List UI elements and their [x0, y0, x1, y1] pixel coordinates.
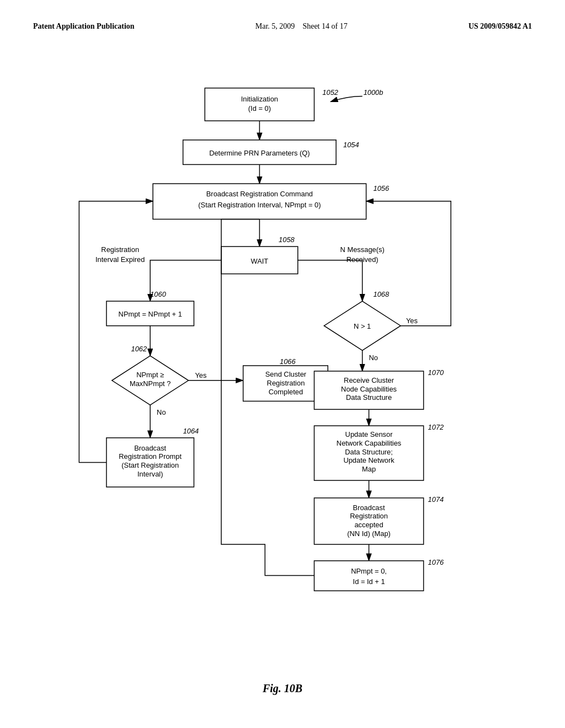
svg-text:1064: 1064 [183, 427, 199, 435]
svg-text:accepted: accepted [354, 521, 383, 529]
header-date: Mar. 5, 2009 Sheet 14 of 17 [255, 22, 348, 31]
svg-text:Update Sensor: Update Sensor [345, 430, 393, 438]
svg-text:WAIT: WAIT [251, 257, 269, 265]
svg-text:No: No [369, 354, 378, 362]
svg-text:Broadcast: Broadcast [353, 504, 385, 512]
svg-text:Initialization: Initialization [241, 95, 278, 103]
svg-text:1000b: 1000b [364, 88, 383, 97]
svg-text:(Start Registration: (Start Registration [121, 461, 179, 469]
svg-text:1056: 1056 [373, 184, 389, 192]
svg-text:Completed: Completed [269, 388, 303, 396]
svg-text:Data Structure;: Data Structure; [345, 448, 393, 456]
figure-label: Fig. 10B [263, 682, 302, 695]
svg-text:Map: Map [362, 465, 376, 473]
flowchart-diagram: Initialization (Id = 0) 1052 1000b Deter… [33, 66, 532, 667]
svg-text:1068: 1068 [373, 290, 389, 298]
svg-text:1074: 1074 [428, 495, 444, 504]
svg-text:Yes: Yes [406, 317, 418, 325]
svg-text:1070: 1070 [428, 368, 444, 377]
svg-text:Registration: Registration [101, 245, 139, 254]
page: Patent Application Publication Mar. 5, 2… [0, 0, 565, 728]
svg-text:NPmpt ≥: NPmpt ≥ [136, 371, 164, 379]
svg-text:1054: 1054 [343, 141, 359, 149]
svg-text:1066: 1066 [280, 357, 296, 366]
svg-text:N > 1: N > 1 [354, 322, 371, 330]
svg-text:Interval): Interval) [137, 470, 163, 478]
svg-text:Yes: Yes [195, 371, 206, 379]
svg-text:1060: 1060 [150, 290, 166, 298]
header: Patent Application Publication Mar. 5, 2… [33, 22, 532, 31]
svg-text:Registration: Registration [267, 379, 305, 387]
svg-text:Send Cluster: Send Cluster [265, 370, 307, 378]
svg-text:Registration Prompt: Registration Prompt [119, 452, 182, 461]
svg-text:NPmpt = NPmpt + 1: NPmpt = NPmpt + 1 [119, 310, 182, 318]
svg-text:Update Network: Update Network [343, 456, 395, 464]
svg-text:1062: 1062 [131, 345, 147, 353]
svg-text:Interval Expired: Interval Expired [95, 255, 145, 264]
svg-text:Data Structure: Data Structure [346, 393, 392, 402]
header-publication-label: Patent Application Publication [33, 22, 135, 31]
svg-text:No: No [157, 408, 166, 416]
svg-text:1072: 1072 [428, 423, 444, 431]
svg-text:Id = Id + 1: Id = Id + 1 [353, 577, 385, 586]
svg-text:(Start Registration Interval, : (Start Registration Interval, NPmpt = 0) [198, 201, 321, 209]
svg-text:Receive Cluster: Receive Cluster [344, 376, 395, 384]
svg-text:Node Capabilities: Node Capabilities [341, 385, 397, 393]
svg-text:NPmpt = 0,: NPmpt = 0, [351, 567, 387, 575]
svg-text:Broadcast Registration Command: Broadcast Registration Command [206, 190, 313, 198]
svg-text:1052: 1052 [322, 88, 338, 97]
svg-text:(NN Id) (Map): (NN Id) (Map) [347, 529, 391, 538]
svg-rect-72 [314, 561, 423, 591]
svg-text:(Id = 0): (Id = 0) [248, 104, 271, 113]
svg-text:1076: 1076 [428, 558, 444, 566]
svg-text:Determine PRN Parameters (Q): Determine PRN Parameters (Q) [209, 149, 310, 157]
svg-text:N Message(s): N Message(s) [340, 245, 385, 254]
svg-text:MaxNPmpt ?: MaxNPmpt ? [130, 379, 170, 388]
svg-text:Registration: Registration [350, 512, 388, 520]
svg-text:1058: 1058 [279, 235, 295, 244]
svg-text:Network Capabilities: Network Capabilities [337, 439, 401, 447]
header-patent-number: US 2009/059842 A1 [468, 22, 532, 31]
svg-text:Broadcast: Broadcast [134, 444, 166, 452]
